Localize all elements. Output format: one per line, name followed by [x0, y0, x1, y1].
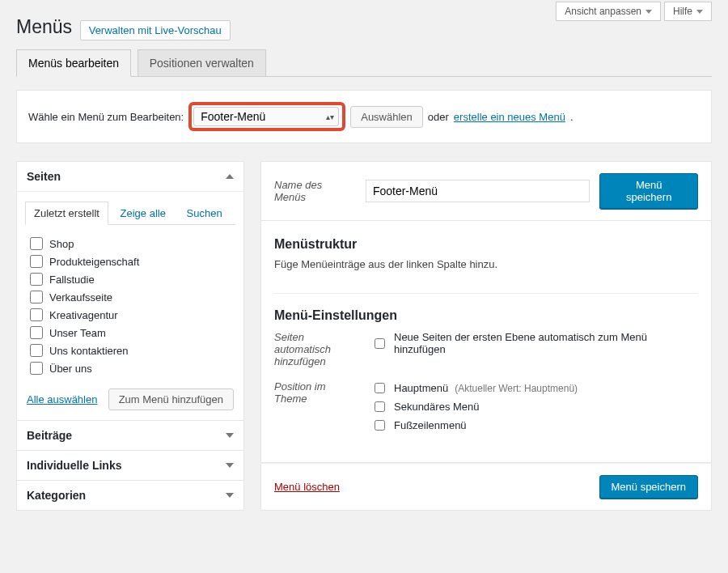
page-item[interactable]: Unser Team	[27, 324, 234, 342]
metabox-categories-title: Kategorien	[27, 489, 86, 502]
nav-tab-wrapper: Menüs bearbeiten Positionen verwalten	[16, 49, 712, 77]
menu-name-label: Name des Menüs	[274, 179, 356, 203]
chevron-up-icon	[226, 174, 234, 179]
metabox-posts: Beiträge	[16, 420, 244, 451]
chevron-down-icon	[696, 10, 703, 14]
page-item-label: Kreativagentur	[49, 309, 118, 321]
tab-edit-menus[interactable]: Menüs bearbeiten	[16, 49, 131, 77]
metabox-links: Individuelle Links	[16, 450, 244, 481]
page-item-checkbox[interactable]	[30, 326, 43, 339]
menu-structure-heading: Menüstruktur	[274, 237, 698, 252]
pages-list: ShopProdukteigenschaftFallstudieVerkaufs…	[25, 231, 235, 380]
page-item[interactable]: Uns kontaktieren	[27, 342, 234, 359]
metabox-posts-title: Beiträge	[27, 429, 72, 442]
page-item-label: Shop	[49, 238, 74, 250]
screen-options-button[interactable]: Ansicht anpassen	[556, 2, 661, 21]
page-item[interactable]: Produkteigenschaft	[27, 253, 234, 270]
inner-tab-search[interactable]: Suchen	[178, 202, 231, 225]
menu-structure-desc: Füge Menüeinträge aus der linken Spalte …	[274, 258, 698, 270]
delete-menu-link[interactable]: Menü löschen	[274, 481, 340, 493]
menu-select-highlight: Footer-Menü ▴▾	[188, 102, 345, 131]
position-footer[interactable]: Fußzeilenmenü	[371, 416, 698, 435]
metabox-links-title: Individuelle Links	[27, 459, 121, 472]
create-new-menu-link[interactable]: erstelle ein neues Menü	[454, 111, 565, 123]
chevron-down-icon	[226, 433, 234, 438]
menu-select-label: Wähle ein Menü zum Bearbeiten:	[28, 111, 184, 123]
chevron-down-icon	[226, 463, 234, 468]
position-footer-text: Fußzeilenmenü	[394, 419, 467, 431]
menu-select[interactable]: Footer-Menü	[193, 107, 339, 126]
metabox-links-toggle[interactable]: Individuelle Links	[17, 451, 243, 480]
page-item-label: Produkteigenschaft	[49, 256, 139, 268]
position-secondary-checkbox[interactable]	[375, 401, 385, 412]
position-secondary[interactable]: Sekundäres Menü	[371, 397, 698, 416]
inner-tab-recent[interactable]: Zuletzt erstellt	[25, 202, 108, 225]
page-item-checkbox[interactable]	[30, 255, 43, 268]
position-main[interactable]: Hauptmenü (Aktueller Wert: Hauptmenü)	[371, 379, 698, 397]
metabox-pages-toggle[interactable]: Seiten	[17, 162, 243, 192]
page-item[interactable]: Shop	[27, 235, 234, 253]
page-item[interactable]: Kreativagentur	[27, 306, 234, 324]
select-menu-button[interactable]: Auswählen	[350, 106, 423, 128]
inner-tab-all[interactable]: Zeige alle	[112, 202, 175, 225]
auto-add-checkbox[interactable]	[375, 338, 385, 349]
metabox-pages-title: Seiten	[27, 170, 61, 183]
or-text: oder	[428, 111, 449, 123]
page-item-label: Fallstudie	[49, 274, 95, 286]
metabox-posts-toggle[interactable]: Beiträge	[17, 421, 243, 450]
menu-body: Menüstruktur Füge Menüeinträge aus der l…	[260, 221, 712, 463]
page-item-checkbox[interactable]	[30, 237, 43, 250]
period: .	[570, 111, 574, 123]
screen-options-label: Ansicht anpassen	[565, 6, 641, 17]
menu-select-bar: Wähle ein Menü zum Bearbeiten: Footer-Me…	[16, 90, 712, 143]
menu-settings-heading: Menü-Einstellungen	[274, 308, 698, 323]
auto-add-label: Seiten automatisch hinzufügen	[274, 329, 347, 367]
metabox-categories: Kategorien	[16, 480, 244, 511]
tab-manage-locations[interactable]: Positionen verwalten	[138, 49, 266, 77]
add-to-menu-button[interactable]: Zum Menü hinzufügen	[108, 388, 234, 410]
save-menu-button-bottom[interactable]: Menü speichern	[599, 475, 699, 499]
page-item[interactable]: Über uns	[27, 359, 234, 377]
divider	[274, 293, 698, 294]
save-menu-button-top[interactable]: Menü speichern	[599, 173, 698, 209]
page-item-label: Verkaufsseite	[49, 291, 112, 303]
menu-name-input[interactable]	[366, 180, 590, 202]
position-secondary-text: Sekundäres Menü	[394, 401, 480, 413]
position-main-hint: (Aktueller Wert: Hauptmenü)	[455, 383, 578, 394]
page-title: Menüs	[16, 16, 72, 38]
chevron-down-icon	[645, 10, 652, 14]
position-main-checkbox[interactable]	[375, 383, 385, 393]
pages-inner-tabs: Zuletzt erstellt Zeige alle Suchen	[25, 202, 235, 225]
page-item-label: Uns kontaktieren	[49, 345, 129, 357]
metabox-pages: Seiten Zuletzt erstellt Zeige alle Suche…	[16, 161, 244, 421]
page-item-checkbox[interactable]	[30, 362, 43, 375]
select-all-link[interactable]: Alle auswählen	[27, 393, 97, 405]
menu-footer: Menü löschen Menü speichern	[260, 463, 712, 511]
page-item[interactable]: Verkaufsseite	[27, 288, 234, 306]
position-main-text: Hauptmenü	[394, 382, 448, 394]
help-button[interactable]: Hilfe	[664, 2, 712, 21]
page-item-checkbox[interactable]	[30, 344, 43, 357]
auto-add-text: Neue Seiten der ersten Ebene automatisch…	[394, 331, 698, 355]
live-preview-button[interactable]: Verwalten mit Live-Vorschau	[80, 20, 231, 40]
help-label: Hilfe	[673, 6, 692, 17]
position-footer-checkbox[interactable]	[375, 420, 385, 431]
page-item-checkbox[interactable]	[30, 291, 43, 303]
metabox-categories-toggle[interactable]: Kategorien	[17, 481, 243, 510]
menu-name-row: Name des Menüs Menü speichern	[260, 161, 712, 221]
page-item-checkbox[interactable]	[30, 308, 43, 321]
page-item-label: Über uns	[49, 363, 92, 375]
auto-add-option[interactable]: Neue Seiten der ersten Ebene automatisch…	[371, 329, 698, 357]
page-item-checkbox[interactable]	[30, 273, 43, 286]
chevron-down-icon	[226, 493, 234, 498]
page-item[interactable]: Fallstudie	[27, 270, 234, 288]
page-item-label: Unser Team	[49, 327, 106, 339]
position-label: Position im Theme	[274, 379, 347, 405]
